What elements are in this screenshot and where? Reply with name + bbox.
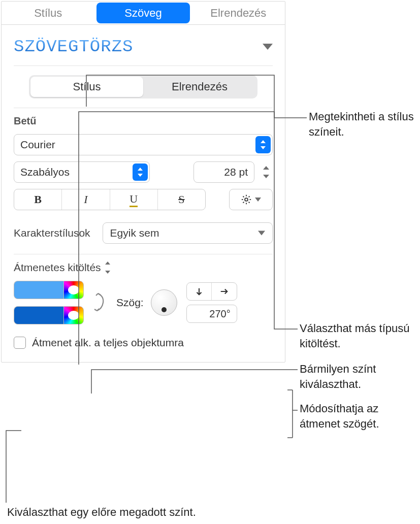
callout-leaders — [0, 0, 420, 524]
